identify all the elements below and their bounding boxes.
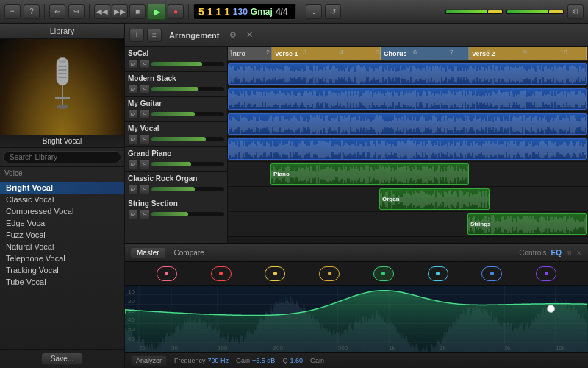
library-item[interactable]: Classic Vocal [0, 194, 124, 205]
timeline-section-verse-1[interactable]: Verse 1 [272, 47, 381, 60]
eq-graph[interactable] [125, 286, 588, 352]
track-clip[interactable] [228, 63, 587, 85]
track-solo-button[interactable]: S [140, 134, 150, 144]
analyzer-button[interactable]: Analyzer [131, 355, 167, 366]
eq-band-button-1[interactable] [211, 266, 232, 281]
timeline-section-intro[interactable]: Intro [228, 47, 272, 60]
track-mute-button[interactable]: M [128, 184, 138, 194]
timeline[interactable]: IntroVerse 1ChorusVerse 2123456789101112… [228, 47, 588, 243]
library-search-input[interactable] [3, 151, 121, 163]
record-button[interactable]: ● [168, 4, 184, 19]
track-header: My Guitar M S [125, 97, 227, 122]
eq-band-button-4[interactable] [373, 266, 394, 281]
fast-forward-button[interactable]: ▶▶ [112, 4, 128, 19]
eq-band-button-6[interactable] [481, 266, 502, 281]
stop-button[interactable]: ■ [129, 4, 146, 19]
library-toggle-button[interactable]: ≡ [4, 4, 21, 19]
library-item[interactable]: Natural Vocal [0, 241, 124, 252]
svg-rect-1 [59, 60, 66, 63]
eq-band-dot-4 [381, 272, 385, 275]
ruler-number: 6 [413, 49, 417, 56]
library-panel: Library Bright Vocal Voice [0, 24, 125, 368]
add-track-button[interactable]: + [129, 29, 144, 42]
library-item[interactable]: Bright Vocal [0, 182, 124, 194]
library-item[interactable]: Tracking Vocal [0, 264, 124, 276]
settings-button[interactable]: ⚙ [567, 4, 584, 19]
track-mute-button[interactable]: M [128, 134, 138, 144]
track-fader[interactable] [151, 137, 224, 141]
track-fader[interactable] [151, 112, 224, 116]
track-clip[interactable]: Organ [379, 188, 490, 210]
track-clip[interactable] [228, 88, 587, 110]
gain-label: Gain [236, 357, 250, 364]
track-mute-button[interactable]: M [128, 209, 138, 219]
eq-band-button-0[interactable] [157, 266, 177, 281]
track-header: String Section M S [125, 197, 227, 222]
track-fader[interactable] [151, 87, 224, 91]
track-row[interactable] [228, 112, 588, 137]
track-row[interactable] [228, 87, 588, 112]
track-mute-button[interactable]: M [128, 159, 138, 169]
svg-rect-4 [58, 73, 67, 74]
library-item[interactable]: Telephone Vocal [0, 252, 124, 264]
svg-rect-5 [58, 77, 67, 78]
track-fader[interactable] [151, 187, 224, 191]
track-solo-button[interactable]: S [140, 184, 150, 194]
track-name: Modern Stack [128, 74, 224, 82]
track-clip[interactable] [228, 138, 587, 160]
eq-label: EQ [551, 249, 562, 257]
play-button[interactable]: ▶ [147, 4, 166, 20]
undo-button[interactable]: ↩ [49, 4, 65, 19]
clip-label: Organ [382, 196, 400, 202]
track-fader[interactable] [151, 62, 224, 66]
eq-band-button-5[interactable] [428, 266, 448, 281]
track-fader[interactable] [151, 212, 224, 216]
track-row[interactable]: Piano [228, 162, 588, 187]
level-meter [344, 9, 564, 15]
library-instrument-label: Bright Vocal [0, 135, 124, 148]
info-button[interactable]: ? [24, 4, 40, 19]
arrangement-options-button[interactable]: ⚙ [226, 29, 240, 42]
track-row[interactable]: Strings [228, 212, 588, 237]
track-mute-button[interactable]: M [128, 59, 138, 69]
arr-settings-button[interactable]: ≡ [147, 29, 162, 42]
track-solo-button[interactable]: S [140, 109, 150, 119]
arrangement-close-button[interactable]: ✕ [243, 29, 256, 42]
track-clip[interactable]: Strings [467, 213, 587, 235]
redo-button[interactable]: ↪ [68, 4, 85, 19]
position-display: 5 1 1 1 130 Gmaj 4/4 [193, 4, 296, 20]
eq-tab-master[interactable]: Master [131, 248, 165, 258]
ruler-number: 1 [229, 49, 233, 56]
track-fader[interactable] [151, 162, 224, 166]
track-row[interactable] [228, 62, 588, 87]
save-button[interactable]: Save... [41, 353, 83, 365]
library-item[interactable]: Compressed Vocal [0, 205, 124, 217]
track-clip[interactable] [228, 113, 587, 135]
eq-tab-compare[interactable]: Compare [168, 248, 210, 258]
track-mute-button[interactable]: M [128, 109, 138, 119]
track-row[interactable]: Organ [228, 187, 588, 212]
library-item[interactable]: Tube Vocal [0, 276, 124, 288]
track-solo-button[interactable]: S [140, 159, 150, 169]
track-solo-button[interactable]: S [140, 84, 150, 94]
eq-band-button-3[interactable] [319, 266, 340, 281]
track-mute-button[interactable]: M [128, 84, 138, 94]
track-header: My Vocal M S [125, 122, 227, 147]
track-clip[interactable]: Piano [270, 163, 469, 185]
library-item[interactable]: Edge Vocal [0, 217, 124, 229]
rewind-button[interactable]: ◀◀ [94, 4, 110, 19]
library-item[interactable]: Fuzz Vocal [0, 229, 124, 241]
eq-panel-close[interactable]: ✕ [576, 250, 582, 257]
eq-band-button-2[interactable] [265, 266, 285, 281]
timeline-section-chorus[interactable]: Chorus [381, 47, 469, 60]
track-solo-button[interactable]: S [140, 209, 150, 219]
track-row[interactable] [228, 137, 588, 162]
q-value: 1.60 [290, 357, 303, 364]
eq-controls-label: Controls [519, 249, 546, 257]
cycle-button[interactable]: ↺ [325, 4, 341, 19]
metronome-button[interactable]: ♩ [306, 4, 322, 19]
eq-panel-resize[interactable]: ⊞ [566, 250, 572, 257]
track-solo-button[interactable]: S [140, 59, 150, 69]
eq-band-button-7[interactable] [536, 266, 556, 281]
ruler-number: 2 [266, 49, 270, 56]
